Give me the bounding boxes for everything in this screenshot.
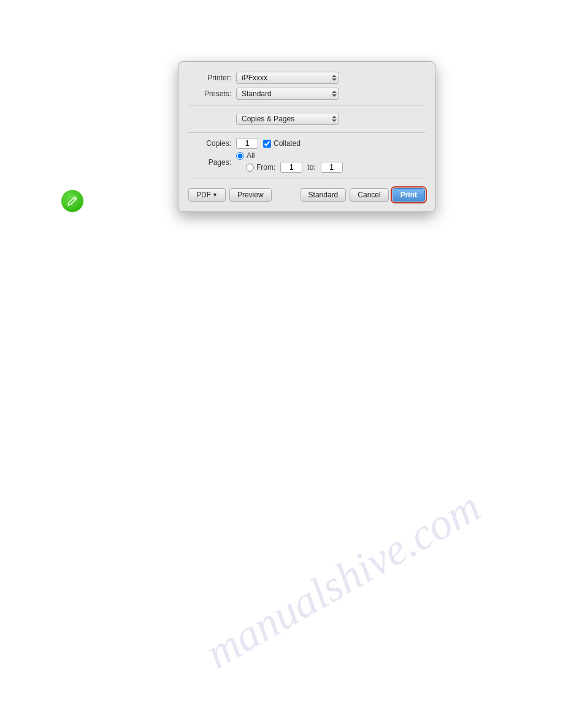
printer-select-wrapper[interactable]: iPFxxxx — [236, 72, 339, 84]
from-input[interactable] — [280, 162, 302, 173]
printer-label: Printer: — [188, 74, 231, 82]
to-label: to: — [307, 163, 315, 172]
watermark: manualshive.com — [197, 481, 489, 679]
separator-1 — [188, 105, 425, 105]
printer-select[interactable]: iPFxxxx — [236, 72, 339, 84]
printer-row: Printer: iPFxxxx — [178, 72, 435, 84]
collated-checkbox-label[interactable]: Collated — [263, 139, 301, 148]
pages-all-radio[interactable] — [236, 152, 244, 160]
green-circle — [61, 190, 83, 212]
from-label: From: — [256, 163, 275, 172]
pages-label: Pages: — [188, 158, 231, 167]
presets-select-wrapper[interactable]: Standard — [236, 88, 339, 100]
copies-input[interactable] — [236, 138, 258, 149]
pdf-button[interactable]: PDF ▼ — [188, 188, 226, 202]
collated-label: Collated — [274, 139, 301, 148]
copies-row: Copies: Collated — [178, 138, 435, 149]
preview-button[interactable]: Preview — [229, 188, 272, 202]
pages-from-radio-label[interactable]: From: — [246, 163, 275, 172]
pages-from-radio[interactable] — [246, 164, 254, 172]
presets-select[interactable]: Standard — [236, 88, 339, 100]
pdf-button-label: PDF — [196, 191, 211, 199]
all-label: All — [247, 151, 255, 160]
separator-2 — [188, 132, 425, 133]
pdf-dropdown-arrow: ▼ — [212, 192, 218, 198]
pages-all-radio-label[interactable]: All — [236, 151, 343, 160]
copies-pages-row: Copies & Pages — [178, 110, 435, 127]
presets-label: Presets: — [188, 89, 231, 98]
copies-pages-select-wrapper[interactable]: Copies & Pages — [236, 113, 339, 125]
presets-row: Presets: Standard — [178, 88, 435, 100]
copies-label: Copies: — [188, 139, 231, 148]
collated-checkbox[interactable] — [263, 140, 271, 148]
left-buttons: PDF ▼ Preview — [188, 188, 297, 202]
green-icon — [61, 190, 83, 212]
dialog-buttons: PDF ▼ Preview Standard Cancel Print — [178, 183, 435, 204]
cancel-button[interactable]: Cancel — [350, 188, 388, 202]
pencil-icon — [67, 195, 78, 207]
pages-options: All From: to: — [236, 151, 343, 173]
pages-from-row: From: to: — [246, 162, 343, 173]
copies-pages-select[interactable]: Copies & Pages — [236, 113, 339, 125]
separator-3 — [188, 178, 425, 178]
print-button[interactable]: Print — [393, 188, 425, 202]
pages-row: Pages: All From: to: — [178, 151, 435, 173]
print-dialog: Printer: iPFxxxx Presets: Standard — [178, 61, 435, 212]
to-input[interactable] — [321, 162, 343, 173]
standard-button[interactable]: Standard — [301, 188, 347, 202]
